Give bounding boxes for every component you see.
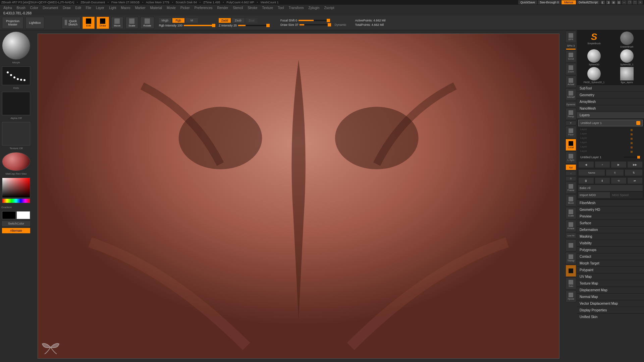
- menu-zscript[interactable]: Zscript: [324, 6, 334, 10]
- brush-thumbnail[interactable]: [2, 32, 30, 60]
- actual-button[interactable]: Actual: [566, 76, 576, 88]
- linefill-button[interactable]: Line Fill: [566, 233, 576, 239]
- menu-brush[interactable]: Brush: [17, 6, 25, 10]
- ghost-button[interactable]: [566, 265, 576, 277]
- persp-button[interactable]: Persp: [566, 108, 576, 120]
- acc-geometry[interactable]: Geometry: [577, 92, 644, 98]
- focal-shift-slider[interactable]: [299, 20, 329, 21]
- acc-morphtarget[interactable]: Morph Target: [577, 260, 644, 266]
- gradient-label[interactable]: Gradient: [1, 206, 31, 209]
- delete-button[interactable]: 🗑: [578, 177, 594, 184]
- layer-row-ghost[interactable]: Layer: [578, 144, 643, 149]
- zadd-button[interactable]: Zadd: [219, 18, 231, 23]
- aahalf-button[interactable]: AAHalf: [566, 88, 576, 101]
- zsub-button[interactable]: Zsub: [232, 18, 244, 23]
- dynamic-button[interactable]: Dynamic: [566, 101, 576, 107]
- acc-uvmap[interactable]: UV Map: [577, 273, 644, 280]
- tool-item[interactable]: PM3D_Sphere3D_1: [578, 67, 610, 83]
- menu-file[interactable]: File: [86, 6, 91, 10]
- menu-picker[interactable]: Picker: [180, 6, 190, 10]
- layer-arrow-right[interactable]: ▶: [611, 161, 627, 168]
- acc-polypaint[interactable]: Polypaint: [577, 266, 644, 273]
- seethrough-slider[interactable]: See-through 0: [538, 0, 561, 4]
- dynamic-toggle[interactable]: Dynamic: [334, 23, 346, 26]
- layer-intensity-slider[interactable]: [624, 157, 641, 158]
- rgb-intensity-slider[interactable]: [184, 25, 214, 26]
- menu-alpha[interactable]: Alpha: [3, 6, 12, 10]
- menu-marker[interactable]: Marker: [135, 6, 145, 10]
- acc-surface[interactable]: Surface: [577, 220, 644, 226]
- acc-displacement[interactable]: Displacement Map: [577, 287, 644, 293]
- alpha-thumbnail[interactable]: [2, 92, 30, 115]
- scroll-button[interactable]: Scroll: [566, 50, 576, 62]
- dock-icon[interactable]: ▣: [611, 0, 616, 4]
- swatch-white[interactable]: [16, 211, 30, 219]
- tool-item[interactable]: Sphere3D_1: [611, 49, 643, 66]
- menu-movie[interactable]: Movie: [167, 6, 176, 10]
- rotate-button[interactable]: Rotate: [140, 17, 154, 29]
- acc-vectordisp[interactable]: Vector Displacement Map: [577, 300, 644, 307]
- menu-texture[interactable]: Texture: [262, 6, 273, 10]
- draw-size-slider[interactable]: [300, 24, 330, 25]
- tool-item[interactable]: Sphere3D: [578, 49, 610, 66]
- name-button[interactable]: Name: [578, 169, 605, 176]
- rgb-button[interactable]: Rgb: [172, 18, 184, 23]
- solo-button[interactable]: Solo: [566, 278, 576, 290]
- importmdd-button[interactable]: Import MDD: [578, 192, 610, 198]
- texture-thumbnail[interactable]: [2, 122, 30, 145]
- close-icon[interactable]: ×: [638, 0, 643, 4]
- split-button[interactable]: ⇅: [625, 169, 643, 176]
- acc-texturemap[interactable]: Texture Map: [577, 280, 644, 287]
- rotate-nav-button[interactable]: Rotate: [566, 220, 576, 232]
- layer-row[interactable]: Untitled Layer 1: [578, 120, 643, 126]
- acc-preview[interactable]: Preview: [577, 213, 644, 220]
- floor-button[interactable]: Floor: [566, 126, 576, 138]
- menu-render[interactable]: Render: [217, 6, 228, 10]
- bakeall-button[interactable]: Bake All: [578, 185, 643, 191]
- merge-button[interactable]: ⬇: [595, 177, 610, 184]
- lightbox-button[interactable]: LightBox: [25, 17, 44, 29]
- layer-scroll-left[interactable]: ◀: [578, 161, 594, 168]
- switchcolor-button[interactable]: SwitchColor: [2, 221, 30, 226]
- circle-icon[interactable]: ○: [566, 171, 576, 176]
- layer-row-ghost[interactable]: Layer: [578, 127, 643, 131]
- target-icon[interactable]: ⊙: [566, 176, 576, 181]
- layer-row-ghost[interactable]: Layer: [578, 136, 643, 140]
- menu-color[interactable]: Color: [30, 6, 38, 10]
- menus-button[interactable]: Menus: [561, 0, 576, 4]
- max-icon[interactable]: □: [633, 0, 637, 4]
- layer-row-ghost[interactable]: Layer: [578, 149, 643, 153]
- xyz-button[interactable]: Xyz: [566, 164, 576, 170]
- menu-tool[interactable]: Tool: [278, 6, 284, 10]
- layer-new[interactable]: +: [595, 161, 610, 168]
- menu-draw[interactable]: Draw: [63, 6, 70, 10]
- acc-contact[interactable]: Contact: [577, 253, 644, 260]
- alternate-button[interactable]: Alternate: [2, 228, 30, 233]
- mddspeed-button[interactable]: MDD Speed: [611, 192, 643, 198]
- layer-scroll-right[interactable]: ▶▶: [627, 161, 643, 168]
- acc-visibility[interactable]: Visibility: [577, 240, 644, 246]
- mrgb-button[interactable]: Mrgb: [159, 18, 171, 23]
- lsym-button[interactable]: L.Sym: [566, 152, 576, 164]
- acc-fibermesh[interactable]: FiberMesh: [577, 199, 644, 206]
- menu-transform[interactable]: Transform: [288, 6, 304, 10]
- quicksave-button[interactable]: QuickSave: [518, 0, 537, 4]
- acc-deformation[interactable]: Deformation: [577, 226, 644, 233]
- frame-button[interactable]: Frame: [566, 182, 576, 194]
- acc-polygroups[interactable]: Polygroups: [577, 246, 644, 253]
- move-nav-button[interactable]: Move: [566, 194, 576, 206]
- flip-button[interactable]: ⇄: [627, 177, 643, 184]
- m-button[interactable]: M: [186, 18, 198, 23]
- acc-unified[interactable]: Unified Skin: [577, 313, 644, 320]
- restore-icon[interactable]: ❐: [627, 0, 632, 4]
- min-icon[interactable]: –: [622, 0, 627, 4]
- acc-masking[interactable]: Masking: [577, 233, 644, 240]
- polyf-button[interactable]: [566, 239, 576, 251]
- acc-geometryhd[interactable]: Geometry HD: [577, 206, 644, 213]
- dock-icon[interactable]: ▦: [616, 0, 621, 4]
- color-picker[interactable]: [2, 178, 30, 204]
- zcut-button[interactable]: Zcut: [246, 18, 258, 23]
- menu-material[interactable]: Material: [150, 6, 162, 10]
- acc-layers[interactable]: Layers: [577, 112, 644, 118]
- transp-button[interactable]: Transp: [566, 252, 576, 264]
